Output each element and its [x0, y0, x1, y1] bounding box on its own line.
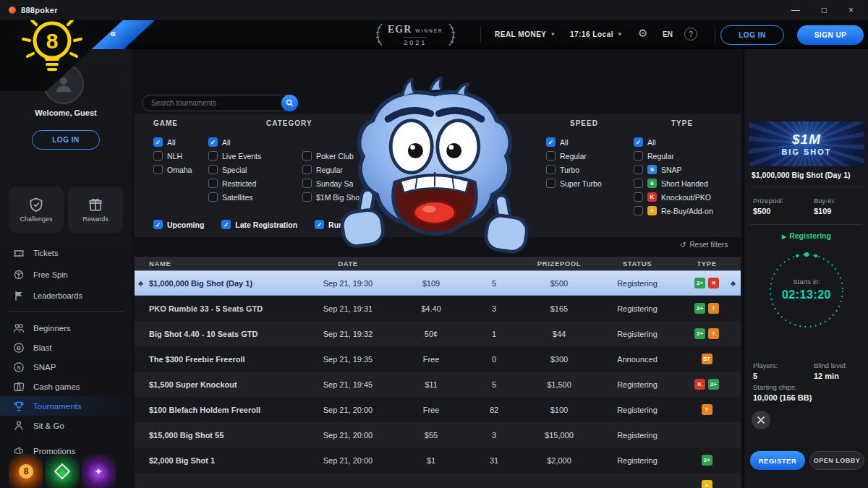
table-row[interactable]: $100 Blefach Holdem Freeroll Sep 21, 20:… — [135, 397, 741, 422]
speed-filter-option[interactable]: Regular — [546, 151, 602, 160]
sidebar-item-sit-and-go[interactable]: Sit & Go — [0, 416, 132, 435]
tile-label: Rewards — [82, 215, 109, 223]
tournament-players: 0 — [472, 355, 516, 364]
sidebar-item-beginners[interactable]: Beginners — [0, 318, 132, 338]
checkbox[interactable] — [153, 220, 163, 229]
category-filter-option[interactable]: Satellites — [208, 192, 261, 202]
sidebar-item-cash-games[interactable]: Cash games — [0, 377, 132, 396]
minimize-button[interactable]: — — [791, 5, 800, 15]
status-filter-option[interactable]: Runni — [315, 220, 350, 229]
login-button[interactable]: LOG IN — [720, 25, 784, 45]
game-filter-option[interactable]: All — [153, 137, 192, 147]
game-tile-purple[interactable]: ✦ — [81, 454, 116, 488]
column-header-name[interactable]: NAME — [135, 260, 305, 267]
spade-icon: ♠ — [731, 278, 736, 288]
checkbox[interactable] — [634, 137, 643, 147]
checkbox[interactable] — [546, 151, 556, 160]
table-options-button[interactable] — [752, 411, 770, 429]
search-input[interactable] — [151, 99, 281, 107]
sidebar-item-blast[interactable]: B Blast — [0, 338, 132, 357]
big-shot-promo-banner[interactable]: $1M BIG SHOT — [749, 121, 864, 166]
category-filter-option[interactable]: Live Events — [208, 151, 261, 160]
type-filter-option[interactable]: K Knockout/PKO — [634, 192, 713, 202]
open-lobby-button[interactable]: OPEN LOBBY — [809, 451, 864, 470]
category-filter-option[interactable]: All — [208, 137, 261, 147]
checkbox[interactable] — [208, 165, 218, 174]
checkbox[interactable] — [634, 179, 643, 188]
sidebar-item-tickets[interactable]: Tickets — [0, 243, 132, 263]
signup-button[interactable]: SIGN UP — [797, 25, 864, 45]
category-filter-option[interactable]: Poker Club — [302, 151, 359, 160]
checkbox[interactable] — [153, 165, 163, 174]
sidebar-item-free-spin[interactable]: Free Spin — [0, 265, 132, 285]
checkbox[interactable] — [634, 165, 643, 174]
table-row[interactable]: $1,500 Super Knockout Sep 21, 19:45 $11 … — [135, 372, 741, 397]
column-header-date[interactable]: DATE — [305, 260, 391, 267]
close-button[interactable]: × — [848, 5, 854, 15]
category-filter-option[interactable]: Regular — [302, 165, 359, 174]
status-filter-option[interactable]: Upcoming — [153, 220, 204, 229]
checkbox[interactable] — [221, 220, 231, 229]
speed-filter-option[interactable]: Super Turbo — [546, 179, 602, 188]
speed-filter-option[interactable]: Turbo — [546, 165, 602, 174]
type-filter-option[interactable]: S SNAP — [634, 165, 713, 174]
status-filter-option[interactable]: Late Registration — [221, 220, 297, 229]
category-filter-option[interactable]: Sunday Sa — [302, 179, 359, 188]
settings-gear-icon[interactable]: ⚙ — [638, 27, 647, 40]
checkbox[interactable] — [634, 192, 643, 202]
table-row[interactable]: PKO Rumble 33 - 5 Seats GTD Sep 21, 19:3… — [135, 296, 741, 321]
table-row[interactable]: + — [135, 473, 741, 488]
checkbox[interactable] — [153, 137, 163, 147]
type-filter-option[interactable]: Regular — [634, 151, 713, 160]
clock-dropdown[interactable]: 17:16 Local▼ — [570, 30, 623, 38]
category-filter-option[interactable]: $1M Big Sho — [302, 192, 359, 202]
game-filter-option[interactable]: Omaha — [153, 165, 192, 174]
table-row[interactable]: Big Shot 4.40 - 10 Seats GTD Sep 21, 19:… — [135, 321, 741, 346]
sidebar-item-tournaments[interactable]: Tournaments — [0, 396, 132, 416]
checkbox[interactable] — [208, 137, 218, 147]
challenges-tile[interactable]: Challenges — [9, 187, 64, 233]
checkbox[interactable] — [634, 206, 643, 215]
table-row[interactable]: The $300 Freebie Freeroll Sep 21, 19:35 … — [135, 346, 741, 372]
sidebar-item-leaderboards[interactable]: Leaderboards — [0, 286, 132, 306]
checkbox[interactable] — [634, 151, 643, 160]
checkbox[interactable] — [315, 220, 324, 229]
checkbox[interactable] — [208, 192, 218, 202]
type-filter-option[interactable]: All — [634, 137, 713, 147]
column-header-type[interactable]: TYPE — [673, 260, 741, 267]
search-button[interactable] — [281, 95, 298, 111]
checkbox[interactable] — [153, 151, 163, 160]
table-row[interactable]: ♠ $1,000,000 Big Shot (Day 1) Sep 21, 19… — [135, 270, 741, 296]
money-mode-dropdown[interactable]: REAL MONEY▼ — [495, 30, 556, 38]
checkbox[interactable] — [208, 179, 218, 188]
column-header-status[interactable]: STATUS — [602, 260, 673, 267]
checkbox[interactable] — [302, 151, 312, 160]
game-filter-option[interactable]: NLH — [153, 151, 192, 160]
game-tile-green[interactable] — [45, 454, 80, 488]
checkbox[interactable] — [208, 151, 218, 160]
table-row[interactable]: $15,000 Big Shot 55 Sep 21, 20:00 $55 3 … — [135, 422, 741, 448]
sidebar-item-snap[interactable]: S SNAP — [0, 357, 132, 377]
type-filter-option[interactable]: + Re-Buy/Add-on — [634, 206, 713, 215]
maximize-button[interactable]: □ — [822, 5, 827, 15]
checkbox[interactable] — [302, 165, 312, 174]
game-tile-orange[interactable]: 8 — [9, 454, 43, 488]
checkbox[interactable] — [302, 179, 312, 188]
type-filter-option[interactable]: 6 Short Handed — [634, 179, 713, 188]
tournament-date: Sep 21, 20:00 — [305, 406, 391, 414]
checkbox[interactable] — [546, 137, 556, 147]
speed-filter-option[interactable]: All — [546, 137, 602, 147]
table-row[interactable]: $2,000 Big Shot 1 Sep 21, 20:00 $1 31 $2… — [135, 448, 741, 473]
reset-filters-button[interactable]: ↺ Reset filters — [680, 241, 728, 249]
category-filter-option[interactable]: Restricted — [208, 179, 261, 188]
column-header-prizepool[interactable]: PRIZEPOOL — [516, 260, 602, 267]
checkbox[interactable] — [546, 179, 556, 188]
category-filter-option[interactable]: Special — [208, 165, 261, 174]
rewards-tile[interactable]: Rewards — [68, 187, 123, 233]
checkbox[interactable] — [546, 165, 556, 174]
help-button[interactable]: ? — [684, 27, 697, 40]
checkbox[interactable] — [302, 192, 312, 202]
language-selector[interactable]: EN — [663, 30, 673, 38]
register-button[interactable]: REGISTER — [750, 451, 805, 470]
sidebar-login-button[interactable]: LOG IN — [32, 130, 100, 150]
